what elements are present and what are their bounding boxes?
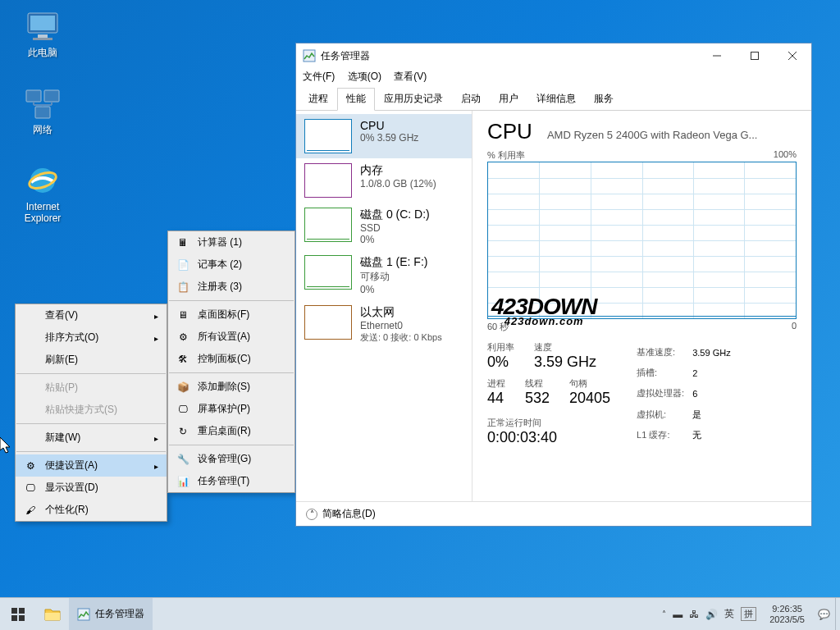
titlebar[interactable]: 任务管理器 xyxy=(296,43,811,68)
tray-ime-lang[interactable]: 英 xyxy=(724,607,734,621)
maximize-button[interactable] xyxy=(736,43,774,68)
sidebar-item-disk0[interactable]: 磁盘 0 (C: D:)SSD0% xyxy=(296,203,472,250)
disk-thumb xyxy=(304,208,352,242)
window-title: 任务管理器 xyxy=(321,49,370,63)
tray-up-icon[interactable]: ˄ xyxy=(662,609,666,619)
uptime-value: 0:00:03:40 xyxy=(487,429,610,446)
start-button[interactable] xyxy=(0,598,36,630)
menu-separator xyxy=(169,372,294,373)
submenu-notepad[interactable]: 📄记事本 (2) xyxy=(168,253,294,276)
submenu-add-remove[interactable]: 📦添加删除(S) xyxy=(168,376,294,398)
svg-rect-19 xyxy=(19,608,25,614)
sidebar-item-disk1[interactable]: 磁盘 1 (E: F:)可移动0% xyxy=(296,250,472,300)
tab-services[interactable]: 服务 xyxy=(585,88,623,111)
file-explorer-icon xyxy=(44,607,61,622)
tray-clock[interactable]: 9:26:35 2023/5/5 xyxy=(763,604,811,625)
taskbar-file-explorer[interactable] xyxy=(36,598,69,630)
close-button[interactable] xyxy=(774,43,811,68)
settings-icon: ⚙ xyxy=(176,331,189,344)
svg-rect-3 xyxy=(33,38,52,40)
menu-quick-settings[interactable]: ⚙便捷设置(A) xyxy=(16,454,167,477)
taskbar-task-manager[interactable]: 任务管理器 xyxy=(69,598,153,630)
svg-rect-20 xyxy=(11,615,17,621)
stat-utilization: 0% xyxy=(487,354,514,371)
menu-new[interactable]: 新建(W) xyxy=(16,427,167,449)
tray-battery-icon[interactable]: ▬ xyxy=(673,609,682,620)
tab-app-history[interactable]: 应用历史记录 xyxy=(375,88,452,111)
submenu-control-panel[interactable]: 🛠控制面板(C) xyxy=(168,348,294,370)
tray-volume-icon[interactable]: 🔊 xyxy=(705,609,718,620)
menu-paste-shortcut: 粘贴快捷方式(S) xyxy=(16,399,167,421)
submenu-device-manager[interactable]: 🔧设备管理(G) xyxy=(168,448,294,470)
tray-ime-mode[interactable]: 拼 xyxy=(741,607,756,621)
desktop-icon-network[interactable]: 网络 xyxy=(11,85,74,135)
taskbar-app-label: 任务管理器 xyxy=(95,607,144,621)
ie-icon xyxy=(25,162,61,199)
menu-file[interactable]: 文件(F) xyxy=(303,71,335,82)
performance-main: CPU AMD Ryzen 5 2400G with Radeon Vega G… xyxy=(472,111,811,501)
control-panel-icon: 🛠 xyxy=(176,353,189,366)
tray-notifications-icon[interactable]: 💬 xyxy=(818,609,830,620)
sidebar-item-cpu[interactable]: CPU0% 3.59 GHz xyxy=(296,114,472,158)
menu-separator xyxy=(169,445,294,445)
show-desktop-button[interactable] xyxy=(835,598,840,630)
menu-view[interactable]: 查看(V) xyxy=(394,71,427,82)
cpu-heading: CPU xyxy=(487,119,532,144)
tab-strip: 进程 性能 应用历史记录 启动 用户 详细信息 服务 xyxy=(296,87,811,111)
task-manager-window: 任务管理器 文件(F) 选项(O) 查看(V) 进程 性能 应用历史记录 启动 … xyxy=(295,43,812,527)
stat-speed: 3.59 GHz xyxy=(534,354,596,371)
add-remove-icon: 📦 xyxy=(176,381,189,394)
menu-view[interactable]: 查看(V) xyxy=(16,304,167,326)
tab-processes[interactable]: 进程 xyxy=(299,88,337,111)
submenu-screensaver[interactable]: 🖵屏幕保护(P) xyxy=(168,398,294,420)
task-mgr-icon: 📊 xyxy=(176,475,189,488)
submenu-calculator[interactable]: 🖩计算器 (1) xyxy=(168,231,294,253)
icon-label: 网络 xyxy=(11,124,74,135)
sidebar-item-ethernet[interactable]: 以太网Ethernet0发送: 0 接收: 0 Kbps xyxy=(296,300,472,349)
collapse-icon[interactable]: ˄ xyxy=(306,509,317,520)
cpu-model: AMD Ryzen 5 2400G with Radeon Vega G... xyxy=(547,129,758,141)
svg-rect-22 xyxy=(45,613,60,620)
chart-x-left: 60 秒 xyxy=(487,321,509,333)
submenu-regedit[interactable]: 📋注册表 (3) xyxy=(168,276,294,298)
cpu-thumb xyxy=(304,119,352,153)
menu-sort[interactable]: 排序方式(O) xyxy=(16,326,167,349)
cpu-utilization-chart[interactable]: 423DOWN 423down.com xyxy=(487,162,797,319)
desktop-icon-this-pc[interactable]: 此电脑 xyxy=(11,8,74,58)
network-icon xyxy=(25,85,61,121)
regedit-icon: 📋 xyxy=(176,281,189,294)
chart-y-max: 100% xyxy=(774,149,797,162)
submenu-all-settings[interactable]: ⚙所有设置(A) xyxy=(168,326,294,348)
memory-thumb xyxy=(304,163,352,198)
fewer-details-link[interactable]: 简略信息(D) xyxy=(322,507,376,521)
tab-users[interactable]: 用户 xyxy=(490,88,527,111)
menu-personalize[interactable]: 🖌个性化(R) xyxy=(16,499,167,521)
ethernet-thumb xyxy=(304,305,352,340)
uptime-label: 正常运行时间 xyxy=(487,417,610,429)
submenu-desktop-icons[interactable]: 🖥桌面图标(F) xyxy=(168,304,294,326)
menu-display-settings[interactable]: 🖵显示设置(D) xyxy=(16,477,167,499)
icon-label: 此电脑 xyxy=(11,47,74,58)
stat-handles: 20405 xyxy=(569,390,610,407)
sidebar-item-memory[interactable]: 内存1.0/8.0 GB (12%) xyxy=(296,158,472,203)
tab-performance[interactable]: 性能 xyxy=(337,88,375,111)
menu-separator xyxy=(16,451,166,452)
desktop-icon-ie[interactable]: Internet Explorer xyxy=(11,162,74,224)
task-manager-icon xyxy=(303,49,316,62)
menu-refresh[interactable]: 刷新(E) xyxy=(16,349,167,371)
svg-rect-4 xyxy=(26,90,41,102)
chart-y-label: % 利用率 xyxy=(487,149,525,162)
taskbar: 任务管理器 ˄ ▬ 🖧 🔊 英 拼 9:26:35 2023/5/5 💬 xyxy=(0,597,840,630)
svg-rect-1 xyxy=(30,16,55,30)
submenu-restart-desktop[interactable]: ↻重启桌面(R) xyxy=(168,420,294,442)
submenu-task-manager[interactable]: 📊任务管理(T) xyxy=(168,470,294,492)
performance-sidebar: CPU0% 3.59 GHz 内存1.0/8.0 GB (12%) 磁盘 0 (… xyxy=(296,111,472,501)
tab-startup[interactable]: 启动 xyxy=(452,88,490,111)
gear-icon: ⚙ xyxy=(24,459,37,472)
menu-options[interactable]: 选项(O) xyxy=(348,71,381,82)
tab-details[interactable]: 详细信息 xyxy=(527,88,585,111)
tray-network-icon[interactable]: 🖧 xyxy=(689,609,699,620)
menu-separator xyxy=(169,300,294,301)
calculator-icon: 🖩 xyxy=(176,236,189,249)
minimize-button[interactable] xyxy=(698,43,736,68)
